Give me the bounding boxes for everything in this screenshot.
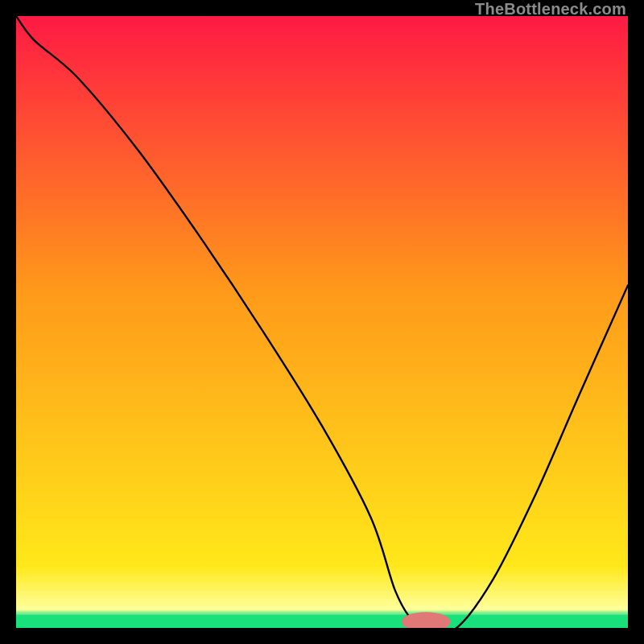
svg-rect-7 (16, 563, 628, 564)
gradient-background (16, 16, 628, 628)
svg-rect-3 (16, 592, 628, 592)
svg-rect-1 (16, 606, 628, 607)
svg-rect-2 (16, 599, 628, 600)
svg-rect-4 (16, 584, 628, 585)
bottleneck-chart (16, 16, 628, 628)
svg-rect-5 (16, 577, 628, 578)
chart-frame: TheBottleneck.com (0, 0, 644, 644)
svg-rect-6 (16, 570, 628, 571)
svg-rect-0 (16, 613, 628, 614)
